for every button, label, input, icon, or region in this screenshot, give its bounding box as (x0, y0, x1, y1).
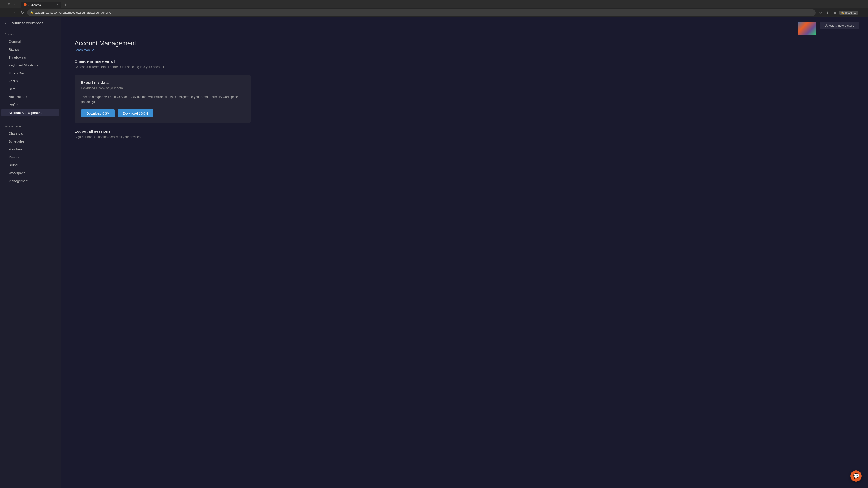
management-label: Management (8, 179, 29, 183)
back-button[interactable]: ← (3, 9, 9, 16)
schedules-label: Schedules (8, 139, 24, 143)
upload-picture-label: Upload a new picture (825, 24, 854, 27)
export-info: This data export will be a CSV or JSON f… (81, 94, 245, 105)
sidebar-item-billing[interactable]: Billing (1, 161, 59, 169)
sidebar-divider (0, 119, 61, 119)
page-title: Account Management (74, 40, 251, 47)
export-title: Export my data (81, 80, 245, 85)
sidebar-item-workspace[interactable]: Workspace (1, 169, 59, 177)
window-controls: ─ □ ✕ (2, 2, 16, 6)
sidebar-item-members[interactable]: Members (1, 145, 59, 153)
address-bar[interactable]: 🔒 app.sunsama.com/group/moodjoy/settings… (27, 9, 815, 16)
download-csv-button[interactable]: Download CSV (81, 109, 115, 118)
close-button[interactable]: ✕ (13, 2, 16, 6)
timeboxing-label: Timeboxing (8, 55, 26, 59)
channels-label: Channels (8, 131, 23, 135)
new-tab-button[interactable]: + (62, 2, 69, 8)
url-display: app.sunsama.com/group/moodjoy/settings/a… (35, 11, 111, 14)
forward-button[interactable]: → (11, 9, 17, 16)
sidebar-item-focus-bar[interactable]: Focus Bar (1, 69, 59, 77)
logout-title: Logout all sessions (74, 129, 251, 134)
workspace-label: Workspace (8, 171, 26, 175)
notifications-label: Notifications (8, 95, 27, 99)
sidebar-item-account-management[interactable]: Account Management (1, 109, 59, 116)
export-desc: Download a copy of your data (81, 86, 245, 90)
focus-label: Focus (8, 79, 18, 83)
sidebar-item-profile[interactable]: Profile (1, 101, 59, 108)
sidebar: ← Return to workspace Account General Ri… (0, 17, 61, 488)
general-label: General (8, 39, 21, 43)
sidebar-item-rituals[interactable]: Rituals (1, 46, 59, 53)
app-container: ← Return to workspace Account General Ri… (0, 17, 868, 488)
export-card: Export my data Download a copy of your d… (74, 75, 251, 123)
main-content: Upload a new picture Account Management … (61, 17, 868, 488)
account-management-label: Account Management (8, 111, 41, 115)
account-section-label: Account (0, 29, 61, 37)
tab-close-icon[interactable]: ✕ (57, 3, 59, 6)
active-tab[interactable]: Sunsama ✕ (21, 2, 61, 8)
browser-chrome: ─ □ ✕ Sunsama ✕ + ← → ↻ 🔒 app.sunsama.co… (0, 0, 868, 17)
sidebar-item-beta[interactable]: Beta (1, 85, 59, 93)
back-arrow-icon: ← (4, 21, 8, 25)
billing-label: Billing (8, 163, 18, 167)
external-link-icon: ↗ (92, 48, 94, 52)
chat-widget[interactable]: 💬 (850, 470, 862, 482)
change-email-title: Change primary email (74, 59, 251, 64)
sidebar-item-focus[interactable]: Focus (1, 77, 59, 85)
change-email-section: Change primary email Choose a different … (74, 59, 251, 69)
sidebar-item-general[interactable]: General (1, 38, 59, 45)
focus-bar-label: Focus Bar (8, 71, 24, 75)
sidebar-item-management[interactable]: Management (1, 177, 59, 185)
content-area: Account Management Learn more ↗ Change p… (61, 35, 265, 159)
nav-actions: ☆ ⬇ ⧉ 🕵 Incognito ⋮ (817, 9, 865, 16)
learn-more-text: Learn more (74, 48, 91, 52)
bookmark-button[interactable]: ☆ (817, 9, 824, 16)
title-bar: ─ □ ✕ Sunsama ✕ + (0, 0, 868, 8)
members-label: Members (8, 147, 23, 151)
upload-picture-button[interactable]: Upload a new picture (819, 22, 859, 29)
tab-favicon (24, 3, 27, 6)
profile-label: Profile (8, 103, 18, 107)
keyboard-shortcuts-label: Keyboard Shortcuts (8, 63, 38, 67)
download-json-label: Download JSON (123, 111, 148, 115)
download-csv-label: Download CSV (86, 111, 110, 115)
beta-label: Beta (8, 87, 16, 91)
sidebar-item-timeboxing[interactable]: Timeboxing (1, 54, 59, 61)
learn-more-link[interactable]: Learn more ↗ (74, 48, 251, 52)
sidebar-item-keyboard-shortcuts[interactable]: Keyboard Shortcuts (1, 61, 59, 69)
download-button[interactable]: ⬇ (825, 9, 831, 16)
tab-label: Sunsama (29, 3, 41, 6)
change-email-desc: Choose a different email address to use … (74, 65, 251, 69)
split-screen-button[interactable]: ⧉ (832, 9, 838, 16)
incognito-label: Incognito (845, 11, 856, 14)
sidebar-item-schedules[interactable]: Schedules (1, 138, 59, 145)
return-to-workspace-link[interactable]: ← Return to workspace (0, 17, 61, 29)
sidebar-item-privacy[interactable]: Privacy (1, 153, 59, 161)
tab-bar: Sunsama ✕ + (19, 0, 70, 8)
reload-button[interactable]: ↻ (19, 9, 25, 16)
incognito-badge: 🕵 Incognito (839, 11, 858, 15)
sidebar-item-notifications[interactable]: Notifications (1, 93, 59, 101)
privacy-label: Privacy (8, 155, 20, 159)
rituals-label: Rituals (8, 47, 19, 51)
return-label: Return to workspace (10, 21, 43, 25)
download-json-button[interactable]: Download JSON (118, 109, 153, 118)
minimize-button[interactable]: ─ (2, 2, 5, 6)
chat-icon: 💬 (853, 473, 859, 479)
maximize-button[interactable]: □ (7, 2, 11, 6)
profile-picture-area: Upload a new picture (61, 17, 868, 35)
menu-button[interactable]: ⋮ (859, 9, 865, 16)
export-buttons: Download CSV Download JSON (81, 109, 245, 118)
logout-desc: Sign out from Sunsama across all your de… (74, 135, 251, 139)
sidebar-item-channels[interactable]: Channels (1, 130, 59, 137)
workspace-section-label: Workspace (0, 121, 61, 129)
logout-section: Logout all sessions Sign out from Sunsam… (74, 129, 251, 139)
nav-bar: ← → ↻ 🔒 app.sunsama.com/group/moodjoy/se… (0, 8, 868, 17)
profile-avatar (798, 22, 816, 35)
